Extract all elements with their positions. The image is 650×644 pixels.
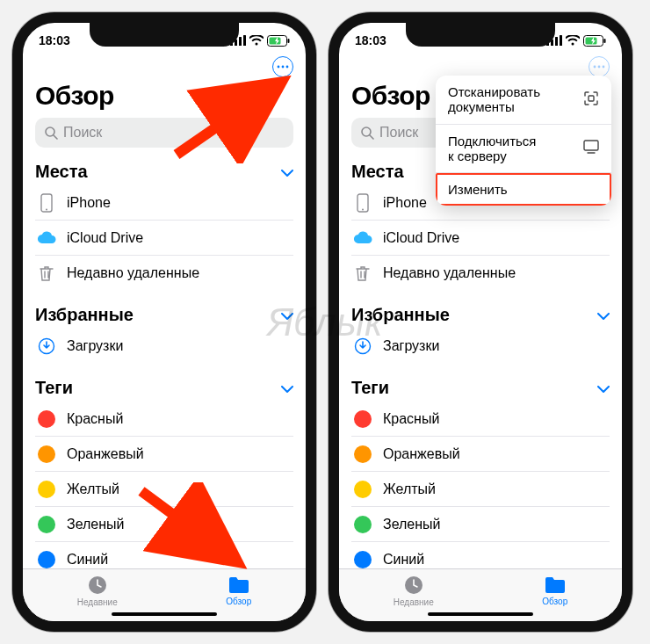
chevron-down-icon [281, 378, 293, 398]
tab-label: Недавние [394, 597, 434, 607]
section-favorites-list: Загрузки [351, 329, 610, 364]
tag-dot-icon [37, 445, 56, 463]
more-button[interactable] [589, 56, 610, 77]
list-item-label: iPhone [383, 195, 427, 211]
location-icloud[interactable]: iCloud Drive [35, 221, 293, 256]
search-placeholder: Поиск [379, 125, 418, 141]
svg-rect-3 [243, 35, 246, 46]
search-icon [44, 126, 58, 140]
tab-browse[interactable]: Обзор [226, 575, 251, 606]
home-indicator[interactable] [112, 612, 217, 616]
section-tags-header[interactable]: Теги [351, 364, 610, 402]
tag-dot-icon [353, 481, 372, 498]
svg-point-9 [286, 66, 289, 69]
list-item-label: Синий [67, 552, 108, 568]
status-indicators [546, 35, 606, 47]
annotation-arrow [172, 76, 295, 163]
scan-icon [583, 90, 599, 109]
location-iphone[interactable]: iPhone [35, 185, 293, 221]
tab-browse[interactable]: Обзор [542, 575, 567, 606]
tag-dot-icon [353, 410, 372, 428]
section-tags-header[interactable]: Теги [35, 364, 293, 402]
battery-icon [583, 35, 606, 47]
tag-green[interactable]: Зеленый [351, 507, 610, 542]
tag-dot-icon [37, 410, 56, 428]
tag-dot-icon [353, 445, 372, 463]
search-placeholder: Поиск [63, 125, 102, 141]
svg-rect-20 [555, 37, 558, 46]
list-item-label: Красный [383, 411, 439, 427]
tag-dot-icon [37, 551, 56, 568]
tag-yellow[interactable]: Желтый [351, 472, 610, 507]
menu-connect-server[interactable]: Подключитьсяк серверу [436, 125, 611, 174]
tag-orange[interactable]: Оранжевый [35, 437, 293, 472]
tag-dot-icon [37, 516, 56, 533]
svg-line-17 [141, 491, 232, 558]
menu-item-label: Отсканировать документы [448, 84, 540, 114]
list-item-label: iCloud Drive [67, 230, 143, 246]
svg-point-27 [603, 66, 605, 69]
favorite-downloads[interactable]: Загрузки [35, 329, 293, 364]
tab-recents[interactable]: Недавние [77, 575, 118, 607]
phone-right: 18:03 Обзор Поиск Места [329, 12, 632, 632]
tag-red[interactable]: Красный [35, 402, 293, 437]
tag-red[interactable]: Красный [351, 402, 610, 437]
display-icon [583, 140, 599, 156]
menu-item-label: Изменить [448, 182, 508, 197]
status-time: 18:03 [39, 33, 70, 47]
annotation-arrow [137, 482, 251, 570]
location-icloud[interactable]: iCloud Drive [351, 221, 610, 256]
list-item-label: Синий [383, 552, 424, 568]
list-item-label: iCloud Drive [383, 230, 459, 246]
section-favorites-header[interactable]: Избранные [35, 291, 293, 329]
tag-dot-icon [353, 516, 372, 533]
section-tags-title: Теги [35, 378, 73, 398]
folder-icon [228, 575, 250, 595]
svg-rect-34 [589, 96, 594, 101]
battery-icon [267, 35, 290, 47]
tag-orange[interactable]: Оранжевый [351, 437, 610, 472]
tab-label: Обзор [542, 597, 567, 606]
section-favorites-title: Избранные [351, 305, 450, 325]
svg-rect-2 [239, 37, 242, 46]
home-indicator[interactable] [428, 612, 533, 616]
location-trash[interactable]: Недавно удаленные [351, 256, 610, 291]
section-places-title: Места [35, 162, 88, 182]
notch [90, 22, 239, 47]
tab-recents[interactable]: Недавние [394, 575, 434, 607]
cloud-icon [353, 231, 372, 245]
list-item-label: iPhone [67, 195, 111, 211]
phone-icon [353, 193, 372, 213]
svg-point-13 [46, 208, 47, 210]
menu-item-label: к серверу [448, 148, 507, 163]
chevron-down-icon [597, 378, 610, 398]
location-trash[interactable]: Недавно удаленные [35, 256, 293, 291]
tag-dot-icon [353, 551, 372, 568]
menu-item-label: Подключиться [448, 134, 536, 148]
context-menu: Отсканировать документы Подключитьсяк се… [436, 76, 611, 206]
list-item-label: Желтый [67, 481, 119, 497]
ellipsis-icon [593, 65, 605, 69]
download-icon [353, 337, 372, 355]
svg-line-16 [177, 86, 276, 155]
section-favorites-list: Загрузки [35, 329, 293, 364]
list-item-label: Зеленый [67, 517, 125, 532]
download-icon [37, 337, 56, 355]
svg-rect-21 [560, 35, 562, 46]
svg-point-8 [282, 66, 285, 69]
section-favorites-title: Избранные [35, 305, 134, 325]
ellipsis-icon [277, 65, 289, 69]
menu-edit[interactable]: Изменить [436, 173, 611, 206]
favorite-downloads[interactable]: Загрузки [351, 329, 610, 364]
search-icon [360, 126, 374, 140]
svg-point-31 [362, 208, 364, 210]
menu-scan-documents[interactable]: Отсканировать документы [436, 76, 611, 125]
tab-label: Недавние [77, 597, 118, 607]
cloud-icon [37, 231, 56, 245]
svg-rect-24 [604, 39, 606, 43]
section-favorites-header[interactable]: Избранные [351, 291, 610, 329]
more-button[interactable] [272, 56, 293, 77]
list-item-label: Недавно удаленные [67, 265, 199, 281]
chevron-down-icon [597, 305, 610, 325]
svg-point-7 [278, 66, 280, 69]
